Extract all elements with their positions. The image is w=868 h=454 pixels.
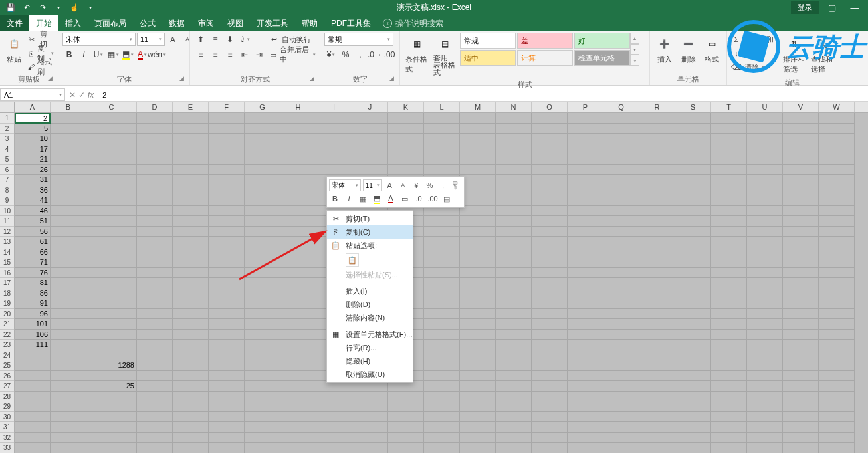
row-header[interactable]: 9: [0, 195, 14, 206]
cell[interactable]: [460, 124, 496, 134]
menu-item[interactable]: ⎘复制(C): [327, 225, 413, 239]
qat-dropdown-icon[interactable]: ▾: [85, 3, 96, 13]
cell[interactable]: [245, 216, 280, 227]
cell[interactable]: 106: [15, 330, 51, 340]
cell[interactable]: [675, 350, 711, 361]
cell[interactable]: [819, 195, 855, 206]
cell[interactable]: [711, 154, 747, 165]
cell[interactable]: [783, 175, 819, 185]
row-header[interactable]: 1: [0, 113, 14, 124]
mini-fill-color-icon[interactable]: ⬒: [371, 193, 383, 205]
cell[interactable]: [245, 185, 280, 196]
cell[interactable]: [496, 237, 532, 247]
cell[interactable]: [86, 288, 137, 299]
cell[interactable]: [280, 195, 316, 206]
cell[interactable]: [209, 185, 245, 196]
cell[interactable]: [51, 278, 86, 288]
cell[interactable]: [316, 443, 352, 453]
cell[interactable]: [532, 134, 568, 144]
cell[interactable]: [639, 154, 675, 165]
cell[interactable]: [137, 154, 173, 165]
cell[interactable]: [532, 381, 568, 392]
column-header[interactable]: C: [86, 102, 137, 112]
cell[interactable]: [675, 268, 711, 279]
cell[interactable]: [639, 134, 675, 144]
cell[interactable]: [86, 278, 137, 288]
cell[interactable]: [747, 195, 783, 206]
cell[interactable]: [675, 144, 711, 155]
sort-filter-button[interactable]: ⇅排序和筛选: [782, 33, 807, 77]
cell[interactable]: [280, 381, 316, 392]
cell[interactable]: [245, 195, 280, 206]
cell[interactable]: [783, 288, 819, 299]
cell[interactable]: 91: [15, 298, 51, 309]
tab-data[interactable]: 数据: [162, 15, 191, 31]
cell[interactable]: [245, 144, 280, 155]
cell[interactable]: [86, 227, 137, 237]
cell[interactable]: [173, 257, 209, 268]
cell[interactable]: [603, 268, 639, 279]
cell[interactable]: [460, 113, 496, 124]
tab-view[interactable]: 视图: [221, 15, 250, 31]
cell[interactable]: [316, 165, 352, 175]
cell[interactable]: [711, 392, 747, 402]
column-header[interactable]: J: [352, 102, 388, 112]
cell[interactable]: [460, 206, 496, 217]
cell[interactable]: [245, 154, 280, 165]
cell[interactable]: [603, 288, 639, 299]
cell[interactable]: [819, 288, 855, 299]
cell[interactable]: [15, 381, 51, 392]
cell[interactable]: [137, 422, 173, 433]
row-header[interactable]: 28: [0, 392, 14, 402]
align-left-button[interactable]: ≡: [194, 48, 207, 61]
cell[interactable]: [280, 392, 316, 402]
cell[interactable]: [496, 216, 532, 227]
cell[interactable]: [496, 422, 532, 433]
cell[interactable]: [603, 247, 639, 258]
cell[interactable]: [783, 298, 819, 309]
cell[interactable]: [460, 412, 496, 423]
cell[interactable]: [209, 227, 245, 237]
tab-developer[interactable]: 开发工具: [250, 15, 295, 31]
cell[interactable]: [137, 319, 173, 330]
cell[interactable]: [245, 371, 280, 382]
column-header[interactable]: D: [137, 102, 173, 112]
cell[interactable]: [245, 309, 280, 320]
cell[interactable]: [173, 268, 209, 279]
cell[interactable]: [747, 278, 783, 288]
cell[interactable]: [783, 278, 819, 288]
row-header[interactable]: 26: [0, 371, 14, 382]
cell[interactable]: [496, 433, 532, 443]
cell[interactable]: [532, 340, 568, 350]
cell[interactable]: [316, 124, 352, 134]
cell[interactable]: [137, 175, 173, 185]
tell-me-search[interactable]: ♀ 操作说明搜索: [383, 15, 443, 31]
save-icon[interactable]: 💾: [5, 3, 16, 13]
cell-styles-gallery[interactable]: 常规 差 好 适中 计算 检查单元格: [460, 33, 630, 66]
row-header[interactable]: 20: [0, 309, 14, 320]
row-header[interactable]: 18: [0, 288, 14, 299]
cell[interactable]: [747, 433, 783, 443]
cell[interactable]: [711, 412, 747, 423]
cell[interactable]: [675, 309, 711, 320]
cell[interactable]: [711, 340, 747, 350]
cell[interactable]: [460, 360, 496, 371]
cell[interactable]: [209, 412, 245, 423]
cell[interactable]: 10: [15, 134, 51, 144]
conditional-formatting-button[interactable]: ▦ 条件格式: [404, 33, 429, 77]
cell[interactable]: [639, 257, 675, 268]
cell[interactable]: [568, 443, 603, 453]
cell[interactable]: [639, 371, 675, 382]
cell[interactable]: [532, 175, 568, 185]
cell[interactable]: [603, 392, 639, 402]
cell[interactable]: [783, 401, 819, 412]
cell[interactable]: [532, 124, 568, 134]
cell[interactable]: [496, 298, 532, 309]
cell[interactable]: [424, 298, 460, 309]
cell[interactable]: [388, 134, 424, 144]
cell[interactable]: [783, 247, 819, 258]
cell[interactable]: [245, 392, 280, 402]
fill-button[interactable]: ↓填充▾: [731, 47, 779, 60]
cell[interactable]: [209, 288, 245, 299]
cell[interactable]: [209, 309, 245, 320]
